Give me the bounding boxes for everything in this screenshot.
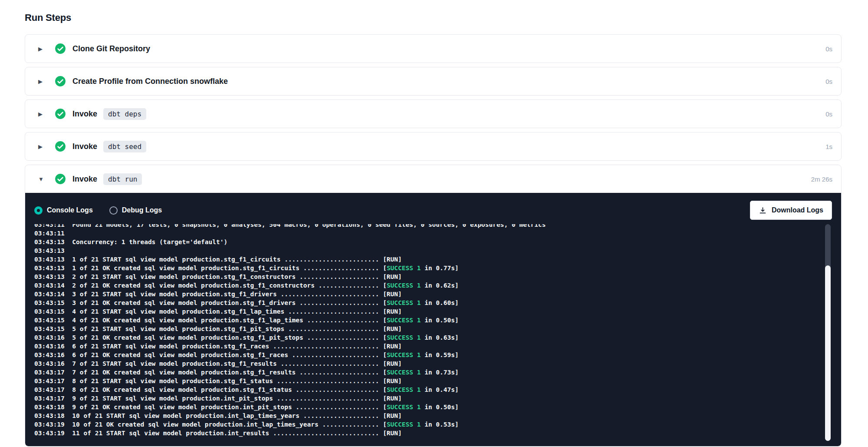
log-text: 7 of 21 OK created sql view model produc…: [72, 369, 458, 376]
log-success-status: SUCCESS 1: [387, 334, 421, 341]
debug-logs-radio[interactable]: Debug Logs: [109, 206, 162, 215]
log-timestamp: 03:43:17: [34, 386, 65, 393]
chevron-right-icon[interactable]: ▶: [38, 79, 46, 84]
log-text: 6 of 21 START sql view model production.…: [72, 343, 402, 350]
log-line: 03:43:155 of 21 START sql view model pro…: [34, 324, 814, 333]
log-text: 11 of 21 START sql view model production…: [72, 430, 402, 437]
radio-label: Debug Logs: [122, 206, 162, 214]
log-timestamp: 03:43:13: [34, 265, 65, 272]
page-title: Run Steps: [25, 12, 842, 23]
step-label: Invoke: [72, 175, 97, 184]
log-timestamp: 03:43:16: [34, 351, 65, 358]
log-line: 03:43:143 of 21 START sql view model pro…: [34, 290, 814, 298]
log-line: 03:43:131 of 21 START sql view model pro…: [34, 255, 814, 264]
log-success-status: SUCCESS 1: [387, 386, 421, 393]
console-logs-radio[interactable]: Console Logs: [34, 206, 93, 215]
run-step-dbt-seed: ▶ Invoke dbt seed 1s: [25, 132, 842, 161]
log-line: 03:43:131 of 21 OK created sql view mode…: [34, 264, 814, 272]
run-step-dbt-run: ▼ Invoke dbt run 2m 26s Console Logs Deb…: [25, 165, 842, 447]
step-duration: 2m 26s: [811, 175, 832, 183]
command-chip: dbt run: [103, 173, 142, 185]
log-line: 03:43:1810 of 21 START sql view model pr…: [34, 411, 814, 420]
console-log: 03:43:11Found 21 models, 17 tests, 0 sna…: [34, 224, 814, 437]
log-timestamp: 03:43:14: [34, 291, 65, 298]
log-text: 6 of 21 OK created sql view model produc…: [72, 351, 458, 358]
log-line: 03:43:178 of 21 OK created sql view mode…: [34, 385, 814, 394]
log-line: 03:43:13: [34, 246, 814, 255]
run-step-clone-git: ▶ Clone Git Repository 0s: [25, 34, 842, 63]
chevron-right-icon[interactable]: ▶: [38, 111, 46, 117]
log-line: 03:43:132 of 21 START sql view model pro…: [34, 272, 814, 281]
log-text: 1 of 21 OK created sql view model produc…: [72, 265, 458, 272]
log-timestamp: 03:43:17: [34, 395, 65, 402]
run-step-header[interactable]: ▶ Clone Git Repository 0s: [25, 35, 841, 63]
command-chip: dbt deps: [103, 108, 146, 120]
chevron-right-icon[interactable]: ▶: [38, 144, 46, 149]
radio-unselected-icon: [109, 206, 118, 215]
log-line: 03:43:11Found 21 models, 17 tests, 0 sna…: [34, 224, 814, 229]
log-text: 10 of 21 START sql view model production…: [72, 412, 402, 419]
step-label: Invoke: [72, 142, 97, 151]
log-timestamp: 03:43:19: [34, 421, 65, 428]
log-text: Found 21 models, 17 tests, 0 snapshots, …: [72, 224, 546, 228]
success-check-icon: [55, 141, 66, 152]
step-duration: 0s: [825, 78, 832, 85]
download-icon: [759, 206, 767, 215]
run-step-header[interactable]: ▶ Invoke dbt seed 1s: [25, 132, 841, 160]
success-check-icon: [55, 108, 66, 119]
log-text: 5 of 21 START sql view model production.…: [72, 325, 402, 332]
log-success-status: SUCCESS 1: [387, 421, 421, 428]
log-line: 03:43:153 of 21 OK created sql view mode…: [34, 298, 814, 307]
log-text: 9 of 21 START sql view model production.…: [72, 395, 402, 402]
log-timestamp: 03:43:17: [34, 369, 65, 376]
log-timestamp: 03:43:18: [34, 404, 65, 411]
log-success-status: SUCCESS 1: [387, 265, 421, 272]
step-label: Clone Git Repository: [72, 44, 150, 53]
log-text: 2 of 21 OK created sql view model produc…: [72, 282, 458, 289]
log-timestamp: 03:43:15: [34, 317, 65, 324]
log-line: 03:43:178 of 21 START sql view model pro…: [34, 377, 814, 385]
log-success-status: SUCCESS 1: [387, 351, 421, 358]
log-timestamp: 03:43:11: [34, 230, 65, 237]
log-line: 03:43:165 of 21 OK created sql view mode…: [34, 333, 814, 342]
run-step-header[interactable]: ▼ Invoke dbt run 2m 26s: [25, 165, 841, 193]
log-line: 03:43:154 of 21 OK created sql view mode…: [34, 316, 814, 324]
run-step-header[interactable]: ▶ Create Profile from Connection snowfla…: [25, 67, 841, 95]
chevron-right-icon[interactable]: ▶: [38, 46, 46, 52]
log-text: 1 of 21 START sql view model production.…: [72, 256, 402, 263]
log-line: 03:43:189 of 21 OK created sql view mode…: [34, 403, 814, 411]
log-text: 7 of 21 START sql view model production.…: [72, 360, 402, 367]
download-logs-label: Download Logs: [772, 206, 823, 214]
log-line: 03:43:142 of 21 OK created sql view mode…: [34, 281, 814, 290]
log-timestamp: 03:43:15: [34, 308, 65, 315]
log-timestamp: 03:43:18: [34, 412, 65, 419]
run-step-dbt-deps: ▶ Invoke dbt deps 0s: [25, 99, 842, 128]
run-step-create-profile: ▶ Create Profile from Connection snowfla…: [25, 67, 842, 96]
log-timestamp: 03:43:13: [34, 256, 65, 263]
log-text: 4 of 21 START sql view model production.…: [72, 308, 402, 315]
step-label: Create Profile from Connection snowflake: [72, 77, 228, 86]
success-check-icon: [55, 76, 66, 87]
log-line: 03:43:1911 of 21 START sql view model pr…: [34, 429, 814, 437]
step-duration: 1s: [825, 143, 832, 150]
log-text: 8 of 21 START sql view model production.…: [72, 377, 402, 384]
success-check-icon: [55, 173, 66, 185]
log-timestamp: 03:43:15: [34, 325, 65, 332]
console-scrollbar-thumb[interactable]: [825, 265, 831, 441]
download-logs-button[interactable]: Download Logs: [750, 201, 832, 220]
log-success-status: SUCCESS 1: [387, 404, 421, 411]
log-timestamp: 03:43:15: [34, 299, 65, 306]
log-timestamp: 03:43:13: [34, 247, 65, 254]
log-timestamp: 03:43:14: [34, 282, 65, 289]
console-scrollbar-track[interactable]: [825, 224, 831, 441]
console-log-viewport[interactable]: 03:43:11Found 21 models, 17 tests, 0 sna…: [34, 224, 814, 443]
chevron-down-icon[interactable]: ▼: [38, 176, 46, 182]
command-chip: dbt seed: [103, 141, 146, 152]
log-success-status: SUCCESS 1: [387, 317, 421, 324]
log-text: 10 of 21 OK created sql view model produ…: [72, 421, 458, 428]
radio-selected-icon: [34, 206, 43, 215]
log-text: 9 of 21 OK created sql view model produc…: [72, 404, 458, 411]
run-step-header[interactable]: ▶ Invoke dbt deps 0s: [25, 100, 841, 128]
log-timestamp: 03:43:16: [34, 334, 65, 341]
console-panel: Console Logs Debug Logs Download Logs 03…: [25, 193, 841, 446]
